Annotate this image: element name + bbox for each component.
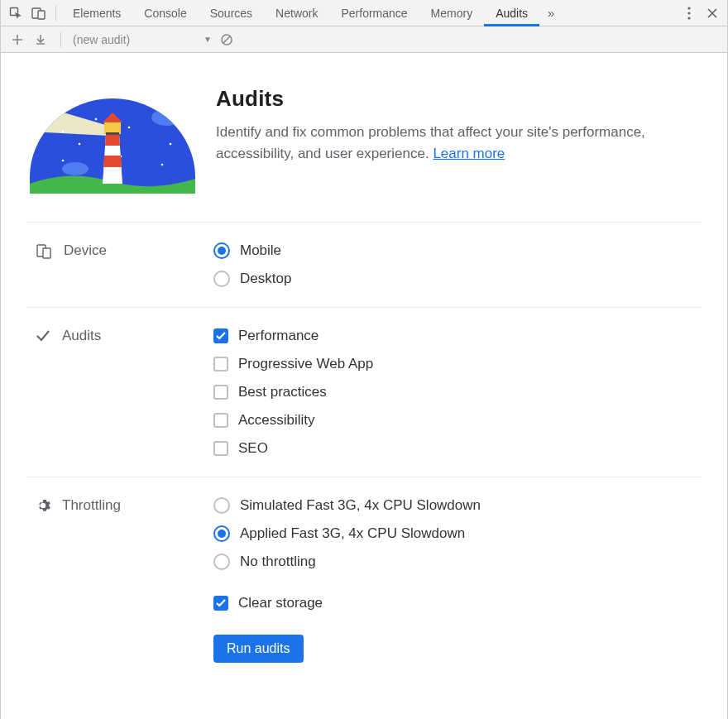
audit-option-seo[interactable]: SEO (213, 440, 702, 457)
section-device: Device Mobile Desktop (26, 222, 702, 307)
svg-rect-20 (106, 132, 119, 135)
tab-console[interactable]: Console (132, 0, 198, 26)
checkbox-icon (213, 441, 228, 456)
learn-more-link[interactable]: Learn more (433, 146, 505, 161)
svg-point-8 (62, 131, 65, 133)
tab-memory[interactable]: Memory (419, 0, 485, 26)
run-audits-button[interactable]: Run audits (213, 635, 304, 663)
svg-point-14 (62, 160, 65, 162)
device-toggle-icon[interactable] (29, 3, 49, 23)
new-audit-icon[interactable] (7, 30, 27, 50)
more-tabs-icon[interactable]: » (541, 3, 561, 23)
section-throttling: Throttling Simulated Fast 3G, 4x CPU Slo… (26, 477, 702, 590)
svg-point-13 (170, 143, 172, 146)
audit-option-pwa[interactable]: Progressive Web App (213, 356, 702, 372)
section-audits: Audits Performance Progressive Web App B… (26, 307, 702, 477)
device-option-mobile[interactable]: Mobile (213, 242, 702, 259)
checkbox-icon (213, 357, 228, 371)
audit-option-accessibility[interactable]: Accessibility (213, 412, 702, 429)
panel-title: Audits (216, 86, 663, 112)
section-throttling-label: Throttling (62, 497, 121, 514)
svg-point-18 (62, 162, 89, 175)
tab-performance[interactable]: Performance (329, 0, 419, 26)
svg-point-5 (687, 17, 690, 19)
radio-icon (213, 242, 230, 259)
check-icon (36, 328, 50, 343)
clear-storage-option[interactable]: Clear storage (213, 595, 702, 611)
radio-icon (213, 271, 230, 287)
device-option-desktop[interactable]: Desktop (213, 271, 702, 287)
chevron-down-icon: ▼ (204, 35, 212, 44)
section-audits-label: Audits (62, 328, 101, 344)
audits-panel: Audits Identify and fix common problems … (1, 53, 727, 699)
svg-point-10 (95, 118, 98, 121)
checkbox-icon (213, 328, 228, 343)
close-icon[interactable] (702, 3, 722, 23)
devtools-tabbar: Elements Console Sources Network Perform… (1, 0, 727, 26)
audit-dropdown-label: (new audit) (73, 33, 130, 46)
audit-option-performance[interactable]: Performance (213, 328, 702, 344)
svg-point-4 (687, 12, 690, 14)
section-device-label: Device (64, 242, 107, 259)
lighthouse-illustration (30, 86, 195, 194)
checkbox-icon (213, 413, 228, 428)
tab-network[interactable]: Network (264, 0, 329, 26)
svg-point-11 (128, 127, 131, 129)
radio-icon (213, 497, 230, 514)
svg-point-17 (151, 109, 181, 126)
audit-dropdown[interactable]: (new audit) ▼ (68, 31, 217, 49)
tab-audits[interactable]: Audits (484, 0, 539, 26)
panel-description: Identify and fix common problems that af… (216, 122, 663, 164)
audit-option-best-practices[interactable]: Best practices (213, 384, 702, 400)
audits-toolbar: (new audit) ▼ (1, 26, 727, 53)
radio-icon (213, 554, 230, 570)
gear-icon (36, 498, 50, 513)
tab-sources[interactable]: Sources (199, 0, 264, 26)
svg-point-15 (161, 164, 164, 166)
kebab-menu-icon[interactable] (679, 3, 699, 23)
throttling-option-simulated[interactable]: Simulated Fast 3G, 4x CPU Slowdown (213, 497, 702, 514)
checkbox-icon (213, 385, 228, 400)
clear-icon[interactable] (217, 30, 237, 50)
svg-point-9 (79, 143, 81, 146)
section-footer: Clear storage Run audits (26, 590, 702, 683)
divider (60, 32, 61, 47)
inspect-icon[interactable] (6, 3, 26, 23)
checkbox-icon (213, 596, 228, 611)
device-icon (36, 242, 52, 259)
divider (55, 6, 56, 21)
download-icon[interactable] (31, 30, 50, 50)
throttling-option-none[interactable]: No throttling (213, 554, 702, 570)
tab-elements[interactable]: Elements (61, 0, 132, 26)
svg-rect-19 (104, 122, 121, 134)
radio-icon (213, 525, 230, 542)
panel-header: Audits Identify and fix common problems … (26, 86, 702, 194)
svg-rect-22 (43, 248, 50, 258)
svg-point-3 (687, 7, 690, 9)
throttling-option-applied[interactable]: Applied Fast 3G, 4x CPU Slowdown (213, 525, 702, 542)
svg-rect-2 (38, 11, 45, 19)
